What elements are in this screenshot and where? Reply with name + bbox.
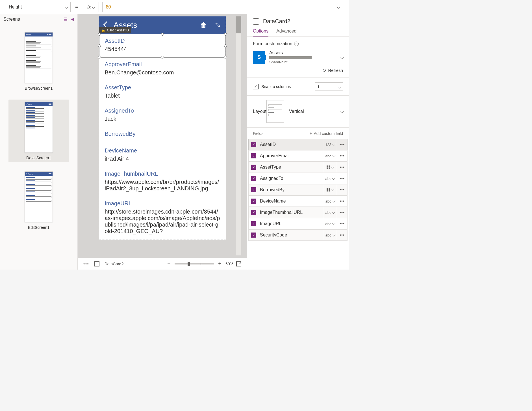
field-checkbox[interactable]: ✓ (251, 233, 256, 238)
grid-view-icon[interactable]: ⊞ (70, 17, 74, 22)
field-more-button[interactable]: ••• (337, 154, 347, 158)
field-type-dropdown[interactable]: abc (323, 173, 337, 184)
chevron-down-icon (332, 143, 335, 146)
zoom-out-button[interactable]: − (166, 261, 172, 267)
trash-icon[interactable]: 🗑 (200, 21, 207, 29)
chevron-down-icon (337, 5, 339, 10)
zoom-in-button[interactable]: + (217, 261, 223, 267)
datasource-provider: SharePoint (269, 60, 336, 64)
layout-preview-icon (266, 100, 284, 123)
list-view-icon[interactable]: ☰ (64, 17, 68, 22)
scrollbar-thumb[interactable] (236, 16, 241, 33)
field-row[interactable]: ✓SecurityCodeabc ••• (248, 229, 348, 241)
data-card[interactable]: AssignedToJack (99, 104, 226, 127)
field-row[interactable]: ✓AssignedToabc ••• (248, 173, 348, 184)
formula-input[interactable]: 80 (102, 2, 343, 12)
zoom-slider[interactable] (175, 263, 214, 264)
zoom-percent: 60% (225, 262, 233, 266)
screen-thumb-detailscreen1[interactable]: ‹ AssetsDetailScreen1 (8, 100, 69, 162)
tab-advanced[interactable]: Advanced (276, 29, 296, 36)
field-row[interactable]: ✓AssetID123 ••• (248, 139, 348, 150)
field-type-dropdown[interactable]: abc (323, 150, 337, 161)
tab-options[interactable]: Options (253, 29, 268, 36)
card-label: AssignedTo (105, 107, 220, 114)
layout-selector[interactable]: Vertical (266, 100, 343, 123)
field-type-dropdown[interactable]: abc (323, 196, 337, 206)
data-card[interactable]: AssetID4545444 (99, 34, 226, 58)
field-checkbox[interactable]: ✓ (251, 210, 256, 215)
form-customization-title: Form customization (253, 41, 292, 46)
fx-button[interactable]: fx (83, 2, 99, 12)
snap-checkbox[interactable] (253, 84, 259, 89)
screens-title: Screens (3, 17, 20, 22)
chevron-down-icon (332, 211, 335, 214)
pencil-icon[interactable]: ✎ (215, 21, 221, 29)
formula-value: 80 (106, 5, 111, 10)
data-card[interactable]: ImageThumbnailURLhttps://www.apple.com/b… (99, 167, 226, 197)
vertical-scrollbar[interactable] (236, 16, 241, 255)
field-type-dropdown[interactable]: abc (323, 230, 337, 240)
breadcrumb-checkbox[interactable] (94, 261, 99, 266)
chevron-down-icon (332, 177, 335, 180)
field-row[interactable]: ✓AssetType ••• (248, 162, 348, 173)
card-label: ImageURL (105, 200, 220, 207)
card-label: BorrowedBy (105, 131, 220, 137)
field-more-button[interactable]: ••• (337, 142, 347, 147)
help-icon[interactable]: ? (294, 42, 299, 46)
field-checkbox[interactable]: ✓ (251, 165, 256, 170)
add-custom-field-button[interactable]: ＋ Add custom field (309, 131, 343, 136)
screen-thumb-browsescreen1[interactable]: AssetsBrowseScreen1 (8, 30, 69, 93)
field-checkbox[interactable]: ✓ (251, 187, 256, 192)
field-type-dropdown[interactable]: abc (323, 218, 337, 229)
canvas-bottom-bar: ••• DataCard2 − + 60% (78, 258, 247, 270)
field-checkbox[interactable]: ✓ (251, 176, 256, 181)
field-more-button[interactable]: ••• (337, 165, 347, 169)
field-name: ImageThumbnailURL (259, 210, 323, 215)
card-value: https://www.apple.com/br/pr/products/ima… (105, 179, 220, 192)
slider-thumb[interactable] (188, 262, 190, 266)
formula-bar: Height = fx 80 (0, 0, 349, 14)
element-checkbox[interactable] (253, 18, 259, 25)
card-label: ImageThumbnailURL (105, 171, 220, 177)
data-card[interactable]: DeviceNameiPad Air 4 (99, 144, 226, 167)
field-type-dropdown[interactable] (323, 162, 337, 173)
refresh-button[interactable]: ⟳ Refresh (253, 68, 343, 73)
field-checkbox[interactable]: ✓ (251, 221, 256, 226)
field-more-button[interactable]: ••• (337, 199, 347, 203)
property-value: Height (9, 5, 22, 10)
card-value: Tablet (105, 92, 220, 99)
field-more-button[interactable]: ••• (337, 188, 347, 192)
field-row[interactable]: ✓DeviceNameabc ••• (248, 195, 348, 207)
field-row[interactable]: ✓ImageURLabc ••• (248, 218, 348, 229)
data-card[interactable]: BorrowedBy (99, 127, 226, 144)
data-card[interactable]: AssetTypeTablet (99, 81, 226, 104)
data-card[interactable]: ImageURLhttp://store.storeimages.cdn-app… (99, 197, 226, 240)
field-checkbox[interactable]: ✓ (251, 153, 256, 158)
more-icon[interactable]: ••• (83, 262, 89, 266)
data-source-selector[interactable]: S Assets SharePoint (253, 50, 343, 64)
screen-thumb-editscreen1[interactable]: ✕ AssetsEditScreen1 (8, 169, 69, 232)
field-checkbox[interactable]: ✓ (251, 199, 256, 204)
card-label: AssetID (105, 38, 220, 44)
field-more-button[interactable]: ••• (337, 176, 347, 181)
field-row[interactable]: ✓ImageThumbnailURLabc ••• (248, 207, 348, 218)
field-row[interactable]: ✓ApproverEmailabc ••• (248, 150, 348, 162)
columns-dropdown[interactable]: 1 (315, 82, 343, 91)
snap-label: Snap to columns (261, 84, 291, 89)
field-more-button[interactable]: ••• (337, 233, 347, 237)
field-more-button[interactable]: ••• (337, 221, 347, 226)
field-type-dropdown[interactable] (323, 184, 337, 195)
field-type-dropdown[interactable]: abc (323, 207, 337, 218)
chevron-down-icon (332, 222, 335, 225)
data-card[interactable]: ApproverEmailBen.Change@contoso.com (99, 58, 226, 81)
field-type-dropdown[interactable]: 123 (323, 139, 337, 150)
field-row[interactable]: ✓BorrowedBy ••• (248, 184, 348, 195)
field-checkbox[interactable]: ✓ (251, 142, 256, 147)
card-value: Ben.Change@contoso.com (105, 69, 220, 76)
chevron-down-icon (332, 200, 335, 203)
field-name: ImageURL (259, 221, 323, 226)
app-preview[interactable]: 🔒 Card : AssetID Assets 🗑 ✎ AssetI (99, 16, 226, 240)
field-more-button[interactable]: ••• (337, 210, 347, 215)
property-dropdown[interactable]: Height (6, 2, 71, 12)
fit-screen-icon[interactable] (236, 261, 241, 266)
